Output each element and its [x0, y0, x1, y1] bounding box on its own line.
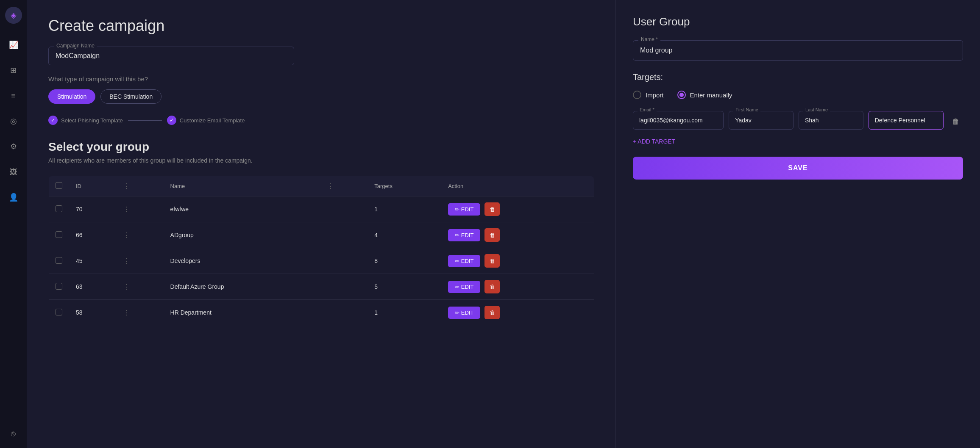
radio-group: Import Enter manually [633, 91, 963, 99]
select-all-checkbox[interactable] [56, 182, 62, 189]
delete-button[interactable]: 🗑 [484, 254, 500, 268]
step-line [128, 120, 162, 121]
col-id: ID [69, 176, 116, 196]
delete-button[interactable]: 🗑 [484, 306, 500, 319]
radio-manual-label: Enter manually [690, 91, 732, 99]
col-targets: Targets [368, 176, 441, 196]
sidebar-icon-list[interactable]: ≡ [6, 88, 21, 103]
col-dots2: ⋮ [320, 176, 368, 196]
email-input[interactable] [639, 117, 717, 124]
role-field[interactable] [869, 111, 944, 130]
last-name-label: Last Name [803, 107, 830, 112]
select-group-desc: All recipients who are members of this g… [48, 157, 594, 164]
last-name-input[interactable] [805, 117, 857, 124]
radio-import[interactable]: Import [633, 91, 664, 99]
last-name-field[interactable]: Last Name [799, 111, 863, 130]
sidebar-icon-grid[interactable]: ⊞ [6, 63, 21, 78]
sidebar-icon-target[interactable]: ◎ [6, 113, 21, 129]
row-targets: 4 [368, 222, 441, 248]
edit-button[interactable]: ✏ EDIT [448, 229, 480, 241]
table-row: 66 ⋮ ADgroup 4 ✏ EDIT 🗑 [49, 222, 594, 248]
row-actions: ✏ EDIT 🗑 [441, 196, 594, 222]
edit-button[interactable]: ✏ EDIT [448, 255, 480, 267]
role-input[interactable] [875, 117, 937, 124]
edit-button[interactable]: ✏ EDIT [448, 281, 480, 293]
edit-button[interactable]: ✏ EDIT [448, 307, 480, 319]
row-name: Default Azure Group [164, 274, 320, 300]
row-id: 63 [69, 274, 116, 300]
table-row: 70 ⋮ efwfwe 1 ✏ EDIT 🗑 [49, 196, 594, 222]
delete-button[interactable]: 🗑 [484, 228, 500, 242]
row-actions: ✏ EDIT 🗑 [441, 248, 594, 274]
row-checkbox[interactable] [56, 231, 62, 238]
row-checkbox[interactable] [56, 205, 62, 212]
radio-import-label: Import [646, 91, 664, 99]
col-dots1: ⋮ [116, 176, 164, 196]
step-customize-label: Customize Email Template [180, 117, 245, 124]
sidebar: ◈ 📈 ⊞ ≡ ◎ ⚙ 🖼 👤 ⎋ [0, 0, 27, 448]
group-name-input[interactable] [640, 47, 956, 54]
row-dots[interactable]: ⋮ [116, 222, 164, 248]
sidebar-icon-users[interactable]: ⚙ [6, 139, 21, 154]
row-actions: ✏ EDIT 🗑 [441, 222, 594, 248]
row-name: ADgroup [164, 222, 320, 248]
panel-title: User Group [633, 15, 963, 28]
step-customize: ✓ Customize Email Template [167, 116, 245, 125]
radio-import-circle[interactable] [633, 91, 641, 99]
group-table: ID ⋮ Name ⋮ Targets Action 70 ⋮ efwfwe 1… [48, 176, 594, 326]
radio-manual-circle[interactable] [677, 91, 686, 99]
delete-button[interactable]: 🗑 [484, 202, 500, 216]
step-phishing-label: Select Phishing Template [61, 117, 123, 124]
row-dots[interactable]: ⋮ [116, 196, 164, 222]
row-dots2 [320, 248, 368, 274]
campaign-name-field: Campaign Name ModCampaign [48, 47, 294, 65]
delete-button[interactable]: 🗑 [484, 280, 500, 293]
row-id: 66 [69, 222, 116, 248]
row-actions: ✏ EDIT 🗑 [441, 300, 594, 326]
campaign-name-label: Campaign Name [54, 43, 97, 49]
row-id: 58 [69, 300, 116, 326]
row-dots2 [320, 274, 368, 300]
group-name-field[interactable]: Name * [633, 40, 963, 61]
row-id: 70 [69, 196, 116, 222]
row-dots2 [320, 300, 368, 326]
row-targets: 1 [368, 196, 441, 222]
radio-enter-manually[interactable]: Enter manually [677, 91, 732, 99]
row-dots[interactable]: ⋮ [116, 300, 164, 326]
first-name-field[interactable]: First Name [729, 111, 793, 130]
sidebar-icon-person[interactable]: 👤 [6, 190, 21, 205]
row-name: Developers [164, 248, 320, 274]
first-name-label: First Name [733, 107, 760, 112]
row-checkbox[interactable] [56, 309, 62, 315]
delete-target-button[interactable]: 🗑 [949, 114, 963, 130]
campaign-name-value: ModCampaign [56, 52, 100, 59]
save-button[interactable]: SAVE [633, 157, 963, 180]
bec-stimulation-button[interactable]: BEC Stimulation [100, 89, 161, 104]
row-targets: 1 [368, 300, 441, 326]
step-check-2: ✓ [167, 116, 176, 125]
row-checkbox[interactable] [56, 257, 62, 264]
col-checkbox[interactable] [49, 176, 70, 196]
step-phishing: ✓ Select Phishing Template [48, 116, 123, 125]
targets-label: Targets: [633, 72, 963, 82]
row-targets: 5 [368, 274, 441, 300]
row-dots[interactable]: ⋮ [116, 274, 164, 300]
main-content: Create campaign Campaign Name ModCampaig… [27, 0, 615, 448]
step-check-1: ✓ [48, 116, 58, 125]
email-label: Email * [638, 107, 657, 112]
right-panel: User Group Name * Targets: Import Enter … [615, 0, 980, 448]
edit-button[interactable]: ✏ EDIT [448, 203, 480, 216]
select-group-title: Select your group [48, 140, 594, 154]
first-name-input[interactable] [735, 117, 787, 124]
type-label: What type of campaign will this be? [48, 75, 594, 83]
row-dots[interactable]: ⋮ [116, 248, 164, 274]
sidebar-icon-chart[interactable]: 📈 [6, 37, 21, 53]
stimulation-button[interactable]: Stimulation [48, 89, 95, 104]
app-logo[interactable]: ◈ [5, 7, 22, 24]
row-dots2 [320, 222, 368, 248]
sidebar-icon-image[interactable]: 🖼 [6, 164, 21, 180]
email-field[interactable]: Email * [633, 111, 724, 130]
row-checkbox[interactable] [56, 283, 62, 290]
sidebar-icon-logout[interactable]: ⎋ [6, 426, 21, 441]
add-target-button[interactable]: + ADD TARGET [633, 138, 675, 145]
